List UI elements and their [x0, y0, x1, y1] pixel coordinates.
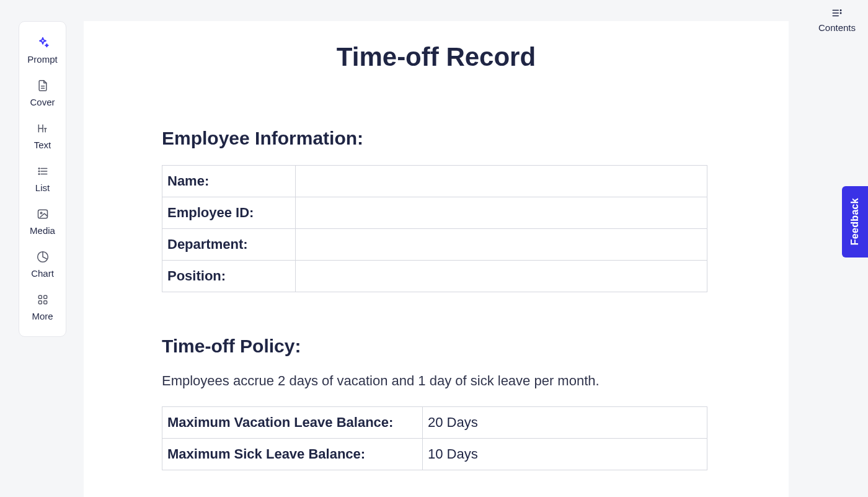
document-title: Time-off Record — [84, 42, 789, 72]
svg-point-3 — [38, 168, 40, 169]
sidebar-item-text[interactable]: Text — [19, 115, 66, 158]
left-sidebar: Prompt Cover — [19, 21, 66, 337]
table-cell-key: Department: — [162, 229, 296, 261]
page-icon — [35, 78, 50, 93]
table-row[interactable]: Maximum Vacation Leave Balance: 20 Days — [162, 407, 707, 439]
contents-icon — [830, 6, 844, 20]
svg-point-17 — [840, 12, 841, 14]
sidebar-item-media[interactable]: Media — [19, 200, 66, 243]
table-cell-key: Maximum Sick Leave Balance: — [162, 439, 423, 470]
svg-rect-10 — [43, 295, 46, 298]
table-row[interactable]: Department: — [162, 229, 707, 261]
table-row[interactable]: Maximum Sick Leave Balance: 10 Days — [162, 439, 707, 470]
table-row[interactable]: Position: — [162, 261, 707, 292]
table-cell-value — [296, 261, 707, 292]
pie-chart-icon — [35, 249, 50, 264]
list-icon — [35, 164, 50, 179]
sidebar-item-label: Prompt — [27, 54, 57, 65]
table-cell-key: Position: — [162, 261, 296, 292]
svg-rect-12 — [43, 301, 46, 304]
contents-nav[interactable]: Contents — [818, 6, 856, 33]
document-inner: Time-off Record Employee Information: Na… — [84, 21, 789, 470]
svg-rect-9 — [38, 295, 42, 298]
document-canvas[interactable]: Time-off Record Employee Information: Na… — [84, 21, 789, 497]
sidebar-item-prompt[interactable]: Prompt — [19, 29, 66, 72]
table-cell-value — [296, 229, 707, 261]
sparkle-icon — [35, 35, 50, 50]
policy-table: Maximum Vacation Leave Balance: 20 Days … — [162, 406, 707, 470]
feedback-label: Feedback — [849, 198, 861, 245]
sidebar-item-label: Media — [30, 225, 55, 236]
svg-point-4 — [38, 171, 40, 172]
table-cell-value: 20 Days — [423, 407, 707, 439]
sidebar-item-label: More — [32, 311, 53, 321]
sidebar-item-list[interactable]: List — [19, 158, 66, 200]
document-body: Employee Information: Name: Employee ID:… — [162, 128, 707, 470]
feedback-tab[interactable]: Feedback — [842, 186, 868, 257]
image-icon — [35, 207, 50, 222]
sidebar-item-label: Text — [34, 140, 51, 150]
sidebar-item-more[interactable]: More — [19, 286, 66, 329]
policy-heading: Time-off Policy: — [162, 336, 707, 357]
sidebar-item-label: Cover — [30, 97, 55, 107]
svg-rect-11 — [38, 301, 42, 304]
table-cell-value: 10 Days — [423, 439, 707, 470]
svg-rect-6 — [38, 210, 47, 218]
app-root: Prompt Cover — [0, 0, 868, 497]
table-cell-key: Maximum Vacation Leave Balance: — [162, 407, 423, 439]
table-cell-key: Name: — [162, 166, 296, 197]
heading-icon — [35, 121, 50, 136]
employee-info-table: Name: Employee ID: Department: Position: — [162, 165, 707, 292]
svg-point-7 — [40, 212, 42, 214]
table-row[interactable]: Employee ID: — [162, 197, 707, 229]
sidebar-item-chart[interactable]: Chart — [19, 243, 66, 286]
employee-info-heading: Employee Information: — [162, 128, 707, 149]
table-cell-value — [296, 197, 707, 229]
table-cell-value — [296, 166, 707, 197]
table-row[interactable]: Name: — [162, 166, 707, 197]
svg-point-5 — [38, 174, 40, 175]
sidebar-item-label: List — [35, 182, 50, 193]
policy-description: Employees accrue 2 days of vacation and … — [162, 373, 707, 389]
table-cell-key: Employee ID: — [162, 197, 296, 229]
grid-icon — [35, 292, 50, 307]
svg-point-16 — [840, 10, 841, 11]
sidebar-item-label: Chart — [31, 268, 54, 279]
contents-label: Contents — [818, 22, 856, 33]
sidebar-item-cover[interactable]: Cover — [19, 72, 66, 115]
